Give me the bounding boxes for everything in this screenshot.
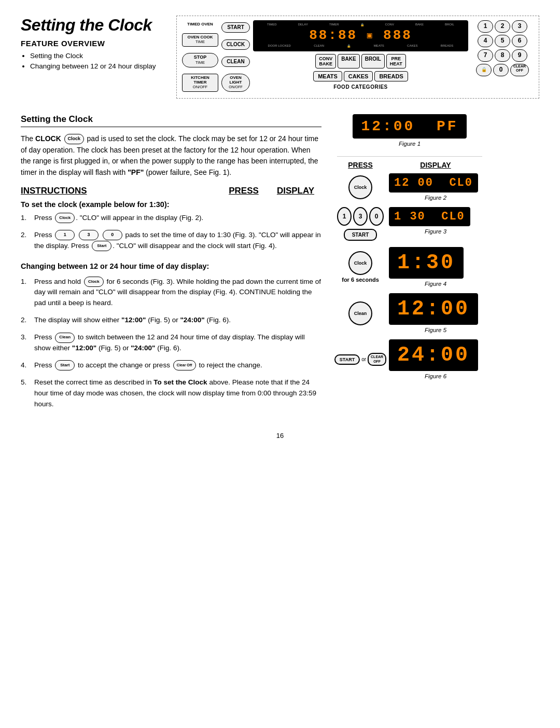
pf-text: "PF" xyxy=(128,168,144,176)
figure-2-block: 12 00 CL0 Figure 2 xyxy=(389,173,482,201)
numpad-9[interactable]: 9 xyxy=(512,49,527,62)
figure-6-block: 24:00 Figure 6 xyxy=(389,339,482,379)
steps-list-2: 1. Press and hold Clock for 6 seconds (F… xyxy=(21,277,321,410)
food-categories-label: FOOD CATEGORIES xyxy=(253,84,468,90)
numpad-5[interactable]: 5 xyxy=(495,35,510,47)
intro-paragraph: The CLOCK Clock pad is used to set the c… xyxy=(21,133,321,178)
function-btns-row: CONVBAKE BAKE BROIL PREHEAT xyxy=(253,54,468,68)
clear-off-inline-btn[interactable]: Clear Off xyxy=(173,360,196,370)
press-130-diagram: 1 3 0 START xyxy=(337,207,384,241)
bake-btn[interactable]: BAKE xyxy=(338,54,359,68)
right-col-headers: PRESS DISPLAY xyxy=(337,161,482,169)
start-inline-btn[interactable]: Start xyxy=(92,241,111,251)
step-content: Press Clock. "CLO" will appear in the di… xyxy=(34,213,321,224)
btn-3-inline[interactable]: 3 xyxy=(79,230,99,240)
numpad-lock[interactable]: 🔒 xyxy=(476,64,492,76)
content-section: Setting the Clock The CLOCK Clock pad is… xyxy=(21,114,539,416)
step-2-1: 1. Press and hold Clock for 6 seconds (F… xyxy=(21,277,321,309)
start-inline-btn-2[interactable]: Start xyxy=(55,360,75,370)
btn-0-diagram[interactable]: 0 xyxy=(369,207,384,226)
step-2-5: 5. Reset the correct time as described i… xyxy=(21,377,321,410)
start-diagram-2[interactable]: START xyxy=(334,354,360,365)
press-start-or-clearoff: START or CLEAROFF xyxy=(337,353,384,366)
numpad-row-1: 1 2 3 xyxy=(471,20,534,33)
numpad-2[interactable]: 2 xyxy=(495,20,510,33)
press-display-pair-3: Clock for 6 seconds 1:30 Figure 4 xyxy=(337,247,482,287)
panel-side-labels: TIMED OVEN OVEN COOKTIME STOPTIME KITCHE… xyxy=(182,20,218,94)
main-oven-display: TIMEDDELAYTIMER🔒CONVBAKEBROIL 88:88 ▣ 88… xyxy=(253,20,468,51)
cakes-btn[interactable]: CAKES xyxy=(344,71,373,81)
numpad-4[interactable]: 4 xyxy=(478,35,493,47)
left-content: Setting the Clock The CLOCK Clock pad is… xyxy=(21,114,321,416)
feature-list: Setting the Clock Changing between 12 or… xyxy=(21,51,166,72)
instructions-col-header: INSTRUCTIONS xyxy=(21,186,218,196)
numpad-row-3: 7 8 9 xyxy=(471,49,534,62)
indicator-labels-row: TIMEDDELAYTIMER🔒CONVBAKEBROIL xyxy=(257,23,464,26)
press-clock-diagram[interactable]: Clock xyxy=(337,175,384,199)
press-display-pair-2: 1 3 0 START 1 30 CL0 Figure 3 xyxy=(337,207,482,241)
subsection2-title: Changing between 12 or 24 hour time of d… xyxy=(21,262,321,270)
indicator-labels-row2: DOOR LOCKEDCLEAN🔒MEATSCAKESBREADS xyxy=(257,44,464,48)
step-num: 1. xyxy=(21,213,30,224)
clean-inline-btn[interactable]: Clean xyxy=(55,333,75,343)
clean-btn[interactable]: CLEAN xyxy=(221,57,250,67)
stop-time-btn[interactable]: STOPTIME xyxy=(182,53,218,67)
btn-0-inline[interactable]: 0 xyxy=(103,230,122,240)
numpad-3[interactable]: 3 xyxy=(512,20,527,33)
oven-light-btn[interactable]: OVENLIGHTON/OFF xyxy=(221,74,250,91)
press-clock-hold-diagram: Clock for 6 seconds xyxy=(337,251,384,283)
step-1-1: 1. Press Clock. "CLO" will appear in the… xyxy=(21,213,321,224)
numpad-row-4: 🔒 0 CLEAROFF xyxy=(471,64,534,76)
press-display-pair-1: Clock 12 00 CL0 Figure 2 xyxy=(337,173,482,201)
step-num-2: 2. xyxy=(21,230,30,252)
kitchen-timer-btn[interactable]: KITCHENTIMERON/OFF xyxy=(182,74,218,91)
figure-3-block: 1 30 CL0 Figure 3 xyxy=(389,207,482,235)
panel-center-btns: START CLOCK CLEAN OVENLIGHTON/OFF xyxy=(221,20,250,94)
step-num-2-3: 3. xyxy=(21,332,30,354)
steps-list-1: 1. Press Clock. "CLO" will appear in the… xyxy=(21,213,321,252)
btn-3-diagram[interactable]: 3 xyxy=(353,207,368,226)
numpad-8[interactable]: 8 xyxy=(495,49,510,62)
clock-inline-btn-3[interactable]: Clock xyxy=(84,277,104,287)
start-btn[interactable]: START xyxy=(221,22,250,33)
breads-btn[interactable]: BREADS xyxy=(374,71,408,81)
broil-btn[interactable]: BROIL xyxy=(361,54,385,68)
title-column: Setting the Clock FEATURE OVERVIEW Setti… xyxy=(21,16,166,99)
feature-item-2: Changing between 12 or 24 hour display xyxy=(30,61,166,72)
clock-bold: CLOCK xyxy=(35,134,61,143)
step-num-2-4: 4. xyxy=(21,360,30,371)
meats-btn[interactable]: MEATS xyxy=(313,71,342,81)
btn-1-inline[interactable]: 1 xyxy=(55,230,75,240)
step-2-3: 3. Press Clean to switch between the 12 … xyxy=(21,332,321,354)
big-display-text: 88:88 ▣ 888 xyxy=(257,28,464,43)
step-num-2-2: 2. xyxy=(21,315,30,326)
figure-1-label: Figure 1 xyxy=(337,141,482,147)
panel-diagram: TIMED OVEN OVEN COOKTIME STOPTIME KITCHE… xyxy=(176,16,539,99)
clock-btn[interactable]: CLOCK xyxy=(221,39,250,50)
step-content-2-1: Press and hold Clock for 6 seconds (Fig.… xyxy=(34,277,321,309)
figure-6-label: Figure 6 xyxy=(389,373,482,379)
clear-off-btn[interactable]: CLEAROFF xyxy=(510,64,529,76)
pre-heat-btn[interactable]: PREHEAT xyxy=(386,54,406,68)
numpad-7[interactable]: 7 xyxy=(478,49,493,62)
clock-inline-btn-2[interactable]: Clock xyxy=(55,213,75,223)
step-content-2-3: Press Clean to switch between the 12 and… xyxy=(34,332,321,354)
numpad-1[interactable]: 1 xyxy=(478,20,493,33)
figure-1-display: 12:00 PF xyxy=(353,114,466,139)
oven-cook-time-btn[interactable]: OVEN COOKTIME xyxy=(182,33,218,47)
clock-inline-btn[interactable]: Clock xyxy=(64,134,84,144)
clear-off-diagram[interactable]: CLEAROFF xyxy=(368,353,386,366)
press-display-pair-5: START or CLEAROFF 24:00 Figure 6 xyxy=(337,339,482,379)
numpad-row-2: 4 5 6 xyxy=(471,35,534,47)
figure-3-label: Figure 3 xyxy=(389,228,482,235)
conv-bake-btn[interactable]: CONVBAKE xyxy=(315,54,336,68)
btn-1-diagram[interactable]: 1 xyxy=(337,207,352,226)
numpad-6[interactable]: 6 xyxy=(512,35,527,47)
step-num-2-5: 5. xyxy=(21,377,30,410)
press-display-pair-4: Clean 12:00 Figure 5 xyxy=(337,293,482,333)
subsection1-title: To set the clock (example below for 1:30… xyxy=(21,200,321,209)
press-clean-diagram[interactable]: Clean xyxy=(337,301,384,325)
numpad-0[interactable]: 0 xyxy=(493,64,509,76)
start-btn-diagram[interactable]: START xyxy=(344,229,377,241)
step-content-2-5: Reset the correct time as described in T… xyxy=(34,377,321,410)
